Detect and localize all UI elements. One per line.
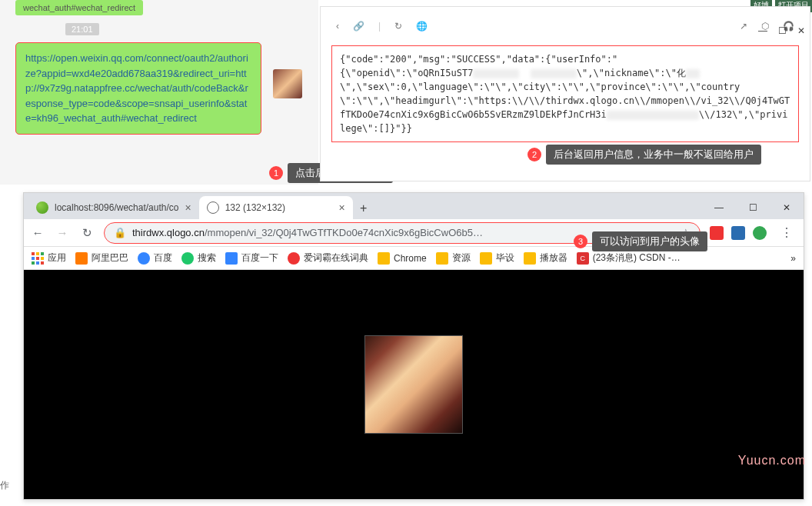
redacted: x [686, 69, 700, 78]
annotation-text: 后台返回用户信息，业务中一般不返回给用户 [546, 145, 761, 165]
watermark: Yuucn.com [738, 454, 806, 468]
favicon-icon [36, 201, 48, 214]
nav-reload-icon[interactable]: ↻ [79, 226, 95, 240]
redacted: x [607, 111, 699, 120]
nav-back-icon[interactable]: ← [30, 226, 45, 239]
chat-message-link[interactable]: https://open.weixin.qq.com/connect/oauth… [15, 42, 261, 135]
annotation-3: 3 可以访问到用户的头像 [574, 231, 707, 251]
nav-forward-icon[interactable]: → [55, 226, 70, 239]
json-text: {\"openid\":\"oQRnI5uST7 [340, 68, 473, 78]
bookmark-item[interactable]: 阿里巴巴 [75, 251, 128, 265]
close-button[interactable]: ✕ [770, 196, 804, 219]
chat-message-prev: wechat_auth#wechat_redirect [15, 0, 143, 15]
cut-text: 作 [0, 479, 9, 492]
bookmark-item[interactable]: 资源 [436, 251, 471, 265]
window-controls: — ☐ ✕ [758, 25, 805, 36]
minimize-button[interactable]: — [702, 196, 736, 219]
response-body: {"code":"200","msg":"SUCCESS","data":{"u… [331, 45, 799, 142]
extension-icon[interactable] [731, 226, 745, 240]
favicon-icon [207, 201, 219, 214]
menu-icon[interactable]: ⋮ [776, 225, 797, 240]
avatar-image [364, 335, 463, 434]
apps-label: 应用 [48, 251, 66, 265]
extension-icon[interactable] [710, 226, 724, 240]
avatar [273, 69, 302, 98]
bookmark-item[interactable]: 百度一下 [225, 251, 278, 265]
apps-icon [32, 252, 44, 265]
lock-icon: 🔒 [114, 227, 126, 238]
minimize-button[interactable]: — [758, 25, 767, 36]
chat-timestamp: 21:01 [65, 23, 99, 35]
tab-strip: localhost:8096/wechat/auth/co × 132 (132… [24, 193, 804, 219]
close-button[interactable]: ✕ [797, 25, 805, 36]
bookmark-item[interactable]: 搜索 [181, 251, 216, 265]
annotation-badge: 2 [527, 148, 541, 161]
browser-tab[interactable]: localhost:8096/wechat/auth/co × [28, 196, 199, 219]
apps-button[interactable]: 应用 [32, 251, 66, 265]
back-icon[interactable]: ‹ [336, 21, 339, 32]
bookmark-item[interactable]: 百度 [138, 251, 172, 265]
annotation-badge: 1 [269, 166, 283, 180]
tab-close-icon[interactable]: × [185, 201, 191, 214]
new-tab-button[interactable]: + [353, 198, 374, 219]
tab-title: 132 (132×132) [225, 202, 285, 213]
redacted: x [531, 69, 577, 78]
bookmarks-overflow-icon[interactable]: » [790, 253, 796, 264]
json-text: {"code":"200","msg":"SUCCESS","data":{"u… [340, 54, 617, 65]
reload-icon[interactable]: ↻ [394, 21, 402, 32]
tab-title: localhost:8096/wechat/auth/co [55, 202, 178, 213]
link-icon[interactable]: 🔗 [353, 21, 364, 32]
bookmark-item[interactable]: 爱词霸在线词典 [288, 251, 368, 265]
maximize-button[interactable]: ☐ [736, 196, 770, 219]
chat-panel: wechat_auth#wechat_redirect 21:01 https:… [0, 0, 318, 185]
bookmark-item[interactable]: 播放器 [524, 251, 567, 265]
page-content [24, 270, 804, 499]
window-controls: — ☐ ✕ [702, 196, 804, 219]
response-toolbar: ‹ 🔗 | ↻ 🌐 ↗ ⬡ 🎧 [321, 7, 810, 45]
annotation-2: 2 后台返回用户信息，业务中一般不返回给用户 [527, 145, 761, 165]
share-icon[interactable]: ↗ [740, 21, 747, 32]
bookmark-item[interactable]: C(23条消息) CSDN -… [577, 251, 681, 265]
bookmark-item[interactable]: 毕设 [480, 251, 514, 265]
json-text: \",\"nickname\":\"化 [577, 68, 686, 78]
annotation-badge: 3 [574, 235, 587, 248]
maximize-button[interactable]: ☐ [778, 25, 787, 36]
annotation-text: 可以访问到用户的头像 [592, 231, 707, 251]
bookmark-item[interactable]: Chrome [378, 252, 427, 265]
redacted: x [473, 69, 519, 78]
browser-tab-active[interactable]: 132 (132×132) × [199, 196, 353, 219]
profile-icon[interactable] [753, 226, 767, 240]
extensions [710, 226, 767, 240]
tab-close-icon[interactable]: × [338, 201, 344, 214]
globe-icon[interactable]: 🌐 [416, 21, 428, 32]
